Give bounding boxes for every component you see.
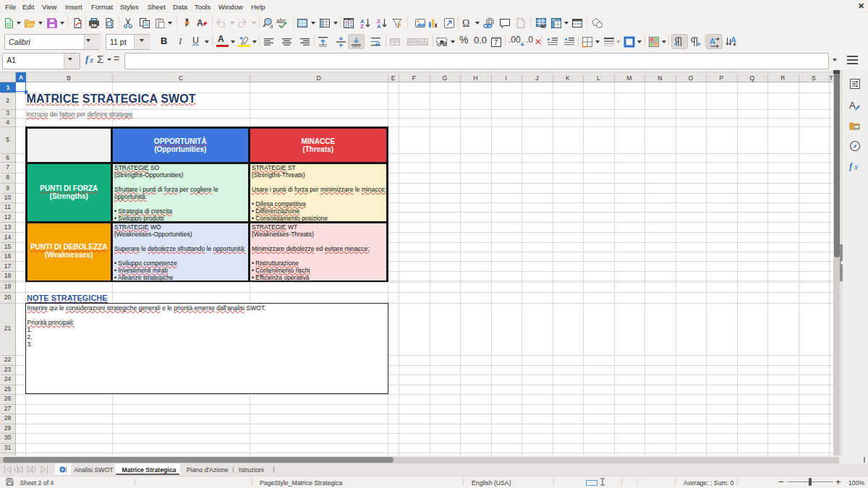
svg-text:7: 7: [494, 39, 498, 47]
svg-text:Z: Z: [345, 24, 348, 28]
svg-text:d: d: [270, 24, 273, 29]
svg-text:A: A: [197, 18, 203, 28]
svg-text:A: A: [710, 37, 715, 46]
svg-text:Ω: Ω: [462, 18, 469, 29]
svg-text:A: A: [731, 36, 736, 44]
svg-text:Z: Z: [360, 23, 364, 29]
svg-text:A: A: [377, 23, 381, 29]
svg-text:A: A: [849, 100, 856, 111]
